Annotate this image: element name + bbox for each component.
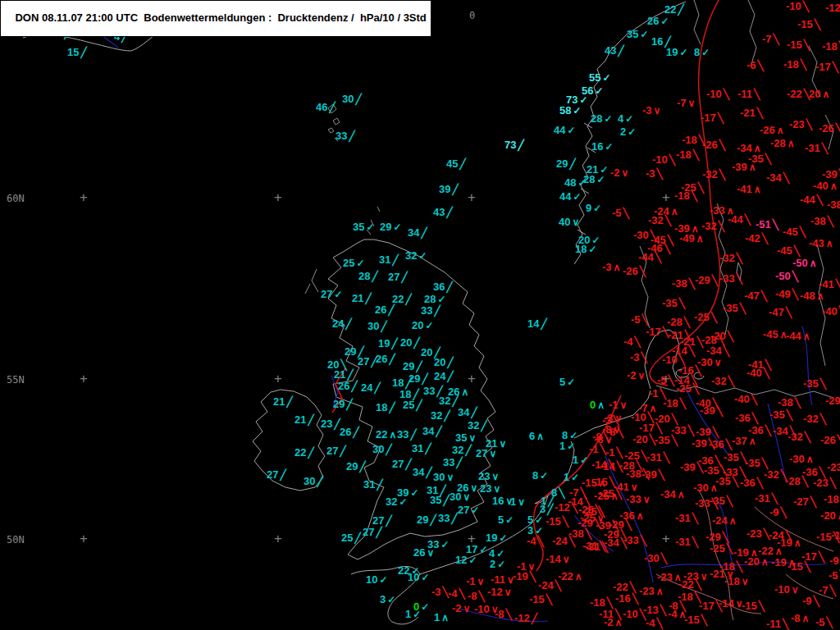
- station-report: -28∧: [770, 137, 795, 150]
- station-report: -14∨: [719, 597, 743, 610]
- tendency-falling-icon: ╲: [719, 139, 725, 151]
- station-report: 29╱: [346, 460, 366, 473]
- station-report: -33╲: [719, 272, 742, 285]
- station-report: -28╲: [785, 475, 808, 488]
- station-report: -1╲: [605, 446, 623, 459]
- station-report: 27╱: [392, 458, 412, 471]
- station-report: -31╲: [585, 541, 608, 554]
- tendency-falling-icon: ╲: [820, 413, 826, 425]
- tendency-fall-then-rise-icon: ∨: [470, 482, 477, 494]
- station-value: -32: [719, 252, 735, 264]
- station-report: 24╱: [361, 381, 381, 395]
- station-report: -7╲: [819, 584, 836, 597]
- tendency-falling-icon: ╲: [664, 452, 669, 463]
- station-value: -20: [744, 555, 760, 568]
- station-report: -8╲: [468, 590, 485, 603]
- tendency-falling-icon: ╲: [669, 154, 675, 166]
- tendency-falling-icon: ╲: [830, 477, 836, 489]
- station-value: -31: [585, 541, 600, 553]
- tendency-rise-then-fall-icon: ∧: [678, 489, 685, 500]
- station-report: -3╲: [431, 586, 449, 599]
- tendency-rise-then-fall-icon: ∧: [637, 510, 644, 522]
- station-report: -14╲: [600, 460, 623, 473]
- tendency-rising-icon: ╱: [351, 381, 357, 392]
- tendency-fall-then-rise-icon: ∨: [742, 576, 749, 587]
- station-report: -24╲: [538, 579, 561, 592]
- station-report: 34╱: [458, 406, 477, 419]
- station-report: 27✓: [458, 504, 480, 517]
- station-value: -8: [495, 608, 504, 620]
- station-report: 58✓: [559, 104, 582, 117]
- tendency-rising-icon: ╱: [416, 361, 422, 372]
- tendency-rising-icon: ╱: [381, 321, 386, 332]
- station-value: 29: [333, 398, 345, 410]
- tendency-rising-icon: ╱: [452, 395, 458, 407]
- tendency-falling-icon: ╲: [635, 336, 641, 348]
- station-value: -35: [769, 409, 785, 421]
- station-report: -31╲: [646, 451, 669, 464]
- station-report: -31╲: [675, 536, 698, 549]
- tendency-check-rising-icon: ✓: [479, 544, 487, 555]
- station-report: 18╱: [376, 401, 395, 414]
- station-value: 34: [413, 466, 424, 478]
- station-value: -45: [763, 328, 778, 340]
- station-value: -15: [529, 593, 545, 605]
- station-value: 35: [455, 431, 467, 444]
- tendency-falling-icon: ╲: [728, 376, 734, 387]
- tendency-check-rising-icon: ✓: [437, 294, 445, 305]
- station-report: -18╲: [783, 58, 806, 71]
- tendency-fall-then-rise-icon: ∨: [477, 576, 485, 587]
- tendency-falling-icon: ╲: [632, 593, 638, 605]
- tendency-rising-icon: ╱: [447, 357, 453, 368]
- station-report: 32✓: [386, 495, 408, 509]
- tendency-falling-icon: ╲: [617, 447, 623, 459]
- station-value: -4: [448, 587, 458, 600]
- station-report: -18╲: [822, 40, 840, 53]
- title-bar: DON 08.11.07 21:00 UTC Bodenwettermeldun…: [0, 0, 431, 37]
- tendency-falling-icon: ╲: [538, 536, 544, 547]
- station-value: -1: [466, 575, 476, 587]
- station-value: 27: [458, 504, 469, 516]
- station-report: -5╲: [829, 569, 840, 582]
- station-value: 31: [379, 253, 390, 266]
- tendency-falling-icon: ╲: [737, 561, 742, 573]
- station-value: 19: [666, 46, 678, 58]
- station-report: -50╲: [775, 270, 798, 283]
- station-value: -21: [740, 107, 756, 119]
- station-value: 28: [424, 293, 436, 305]
- station-value: -2: [627, 369, 637, 381]
- tendency-fall-then-rise-icon: ∨: [631, 482, 638, 493]
- station-value: 10: [408, 571, 419, 583]
- station-report: 73╱: [504, 139, 524, 152]
- station-report: -24∧: [712, 514, 737, 527]
- tendency-rise-then-fall-icon: ∧: [830, 180, 838, 192]
- station-value: -17: [701, 112, 716, 124]
- tendency-falling-icon: ╲: [586, 528, 591, 540]
- station-report: 14╱: [527, 317, 547, 331]
- tendency-rising-icon: ╱: [447, 371, 453, 382]
- station-value: -29: [695, 274, 710, 286]
- station-report: 1✓: [564, 471, 579, 484]
- station-value: -38: [827, 199, 840, 211]
- station-value: -26: [760, 124, 775, 136]
- tendency-falling-icon: ╲: [815, 19, 820, 30]
- station-value: -3: [602, 261, 612, 273]
- tendency-rising-icon: ╱: [459, 158, 465, 170]
- station-report: 32╱: [439, 395, 459, 408]
- station-value: -3: [646, 167, 655, 180]
- station-report: -29╲: [695, 274, 718, 287]
- station-report: 15╱: [67, 46, 87, 59]
- station-value: -50: [792, 257, 808, 269]
- station-report: -22╲: [678, 578, 701, 591]
- station-value: -33: [626, 493, 641, 505]
- station-value: -30: [633, 229, 649, 241]
- station-value: 20: [434, 356, 445, 368]
- tendency-rising-icon: ╱: [349, 130, 354, 142]
- station-value: -23: [813, 477, 829, 489]
- tendency-rise-then-fall-icon: ∧: [806, 454, 814, 465]
- station-value: -30: [644, 552, 660, 564]
- station-report: 33╱: [443, 456, 463, 469]
- station-report: -39╲: [700, 404, 723, 418]
- station-report: 35✓: [353, 221, 375, 234]
- tendency-rising-icon: ╱: [376, 527, 381, 538]
